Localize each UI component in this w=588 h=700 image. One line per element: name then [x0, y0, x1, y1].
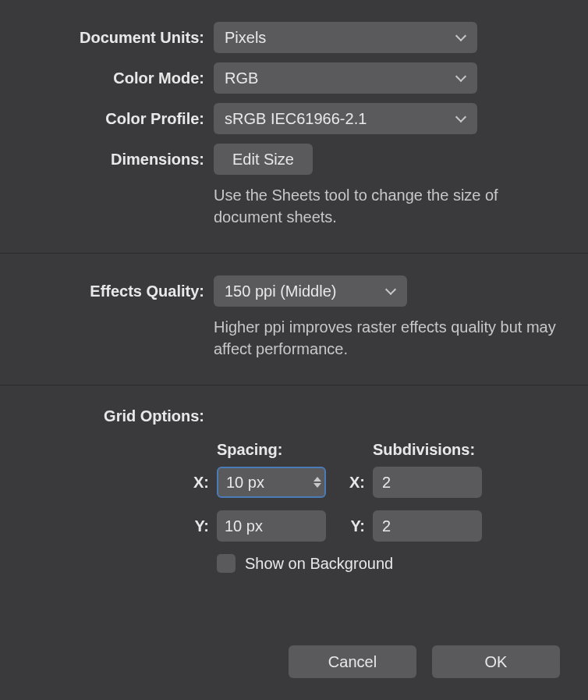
stepper-up-icon[interactable] — [313, 477, 321, 481]
section-divider — [0, 385, 588, 386]
color-profile-label: Color Profile: — [28, 110, 214, 128]
effects-quality-label: Effects Quality: — [28, 282, 214, 300]
document-units-value: Pixels — [225, 29, 266, 47]
grid-options-label: Grid Options: — [28, 407, 214, 425]
effects-quality-helper-text: Higher ppi improves raster effects quali… — [214, 316, 560, 360]
chevron-down-icon — [455, 73, 466, 84]
color-mode-row: Color Mode: RGB — [28, 62, 560, 94]
document-units-dropdown[interactable]: Pixels — [214, 22, 477, 53]
grid-x-row: X: 10 px X: 2 — [184, 467, 560, 498]
y-label-sub: Y: — [340, 517, 373, 535]
chevron-down-icon — [455, 32, 466, 43]
y-label: Y: — [184, 517, 217, 535]
stepper-arrows-icon[interactable] — [313, 477, 321, 488]
show-on-background-row: Show on Background — [217, 554, 560, 573]
document-units-row: Document Units: Pixels — [28, 22, 560, 53]
subdivisions-header: Subdivisions: — [373, 441, 513, 459]
color-mode-dropdown[interactable]: RGB — [214, 62, 477, 94]
x-label-sub: X: — [340, 474, 373, 492]
stepper-down-icon[interactable] — [313, 483, 321, 488]
effects-quality-row: Effects Quality: 150 ppi (Middle) — [28, 275, 560, 307]
spacing-x-input[interactable]: 10 px — [217, 467, 326, 498]
color-profile-row: Color Profile: sRGB IEC61966-2.1 — [28, 103, 560, 134]
show-on-background-checkbox[interactable] — [217, 554, 236, 573]
dimensions-label: Dimensions: — [28, 151, 214, 169]
spacing-header: Spacing: — [217, 441, 373, 459]
dimensions-row: Dimensions: Edit Size — [28, 144, 560, 175]
ok-button[interactable]: OK — [432, 645, 560, 678]
x-label: X: — [184, 474, 217, 492]
chevron-down-icon — [455, 113, 466, 124]
cancel-button[interactable]: Cancel — [289, 645, 416, 678]
color-mode-label: Color Mode: — [28, 69, 214, 87]
chevron-down-icon — [385, 286, 396, 297]
edit-size-button[interactable]: Edit Size — [214, 144, 313, 175]
document-units-label: Document Units: — [28, 29, 214, 47]
color-profile-value: sRGB IEC61966-2.1 — [225, 110, 367, 128]
grid-y-row: Y: 10 px Y: 2 — [184, 510, 560, 542]
effects-quality-dropdown[interactable]: 150 ppi (Middle) — [214, 275, 407, 307]
color-profile-dropdown[interactable]: sRGB IEC61966-2.1 — [214, 103, 477, 134]
section-divider — [0, 253, 588, 254]
subdivisions-y-input[interactable]: 2 — [373, 510, 482, 542]
dialog-buttons: Cancel OK — [289, 645, 560, 678]
grid-options-table: Spacing: Subdivisions: X: 10 px X: 2 Y: … — [184, 441, 560, 542]
subdivisions-x-input[interactable]: 2 — [373, 467, 482, 498]
spacing-y-input[interactable]: 10 px — [217, 510, 326, 542]
color-mode-value: RGB — [225, 69, 258, 87]
grid-options-row: Grid Options: — [28, 407, 560, 425]
dimensions-helper-text: Use the Sheets tool to change the size o… — [214, 184, 560, 228]
show-on-background-label: Show on Background — [245, 555, 393, 573]
effects-quality-value: 150 ppi (Middle) — [225, 282, 336, 300]
